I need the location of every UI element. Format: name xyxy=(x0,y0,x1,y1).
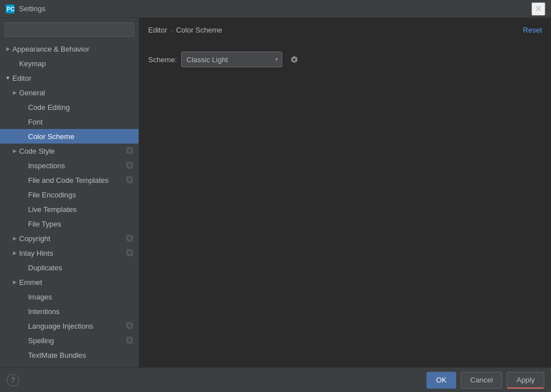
arrow-icon: ▶ xyxy=(11,250,18,256)
search-input[interactable] xyxy=(4,22,134,37)
sidebar-item-label: Inspections xyxy=(28,162,124,170)
sidebar-item-label: Images xyxy=(28,293,134,301)
sidebar-item-label: TextMate Bundles xyxy=(28,351,134,359)
close-button[interactable]: ✕ xyxy=(531,2,545,16)
sidebar-item-label: Color Scheme xyxy=(28,132,134,141)
scheme-select[interactable]: Classic Light Default Darcula High Contr… xyxy=(181,52,282,67)
scheme-label: Scheme: xyxy=(148,56,177,64)
sidebar-item-code-style[interactable]: ▶ Code Style xyxy=(0,144,139,158)
svg-rect-15 xyxy=(127,337,131,342)
svg-rect-7 xyxy=(127,177,131,182)
arrow-icon: ▶ xyxy=(4,45,11,52)
sidebar-item-label: Emmet xyxy=(19,278,134,287)
breadcrumb-separator: › xyxy=(171,27,173,34)
sidebar-item-inlay-hints[interactable]: ▶ Inlay Hints xyxy=(0,246,139,260)
sidebar-item-label: Code Style xyxy=(19,147,124,155)
sidebar-item-general[interactable]: ▶ General xyxy=(0,85,139,100)
sidebar-item-duplicates[interactable]: ▶ Duplicates xyxy=(0,260,139,275)
scheme-row: Scheme: Classic Light Default Darcula Hi… xyxy=(148,52,542,67)
sidebar-item-label: Live Templates xyxy=(28,205,134,214)
svg-rect-11 xyxy=(127,250,131,255)
sidebar-item-spelling[interactable]: ▶ Spelling xyxy=(0,333,139,348)
sidebar-item-label: Copyright xyxy=(19,234,124,243)
sidebar: 🔍 ▶ Appearance & Behavior ▶ Keymap ▼ Edi… xyxy=(0,18,139,367)
title-bar: PC Settings ✕ xyxy=(0,0,551,18)
svg-rect-5 xyxy=(127,162,131,167)
copy-icon xyxy=(126,249,134,257)
scheme-select-wrapper: Classic Light Default Darcula High Contr… xyxy=(181,52,282,67)
svg-rect-3 xyxy=(127,147,131,153)
settings-tree: ▶ Appearance & Behavior ▶ Keymap ▼ Edito… xyxy=(0,41,139,367)
search-box: 🔍 xyxy=(0,18,139,41)
sidebar-item-label: Inlay Hints xyxy=(19,249,124,257)
svg-text:PC: PC xyxy=(7,6,15,12)
scheme-settings-button[interactable] xyxy=(287,52,301,67)
sidebar-item-label: File and Code Templates xyxy=(28,176,124,185)
breadcrumb-parent: Editor xyxy=(148,26,167,34)
sidebar-item-file-encodings[interactable]: ▶ File Encodings xyxy=(0,187,139,202)
main-layout: 🔍 ▶ Appearance & Behavior ▶ Keymap ▼ Edi… xyxy=(0,18,551,367)
breadcrumb-current: Color Scheme xyxy=(176,26,222,34)
arrow-icon: ▼ xyxy=(4,75,11,81)
sidebar-item-code-editing[interactable]: ▶ Code Editing xyxy=(0,100,139,114)
svg-rect-14 xyxy=(128,338,132,343)
svg-rect-4 xyxy=(128,163,132,168)
content-header: Editor › Color Scheme Reset xyxy=(139,18,551,43)
sidebar-item-label: Language Injections xyxy=(28,322,124,330)
sidebar-item-file-types[interactable]: ▶ File Types xyxy=(0,216,139,231)
gear-icon xyxy=(290,56,299,64)
sidebar-item-label: Appearance & Behavior xyxy=(12,45,134,53)
arrow-icon: ▶ xyxy=(11,147,18,154)
sidebar-item-file-code-templates[interactable]: ▶ File and Code Templates xyxy=(0,173,139,187)
sidebar-item-images[interactable]: ▶ Images xyxy=(0,289,139,304)
sidebar-item-label: General xyxy=(19,89,134,97)
sidebar-item-todo[interactable]: ▶ TODO xyxy=(0,362,139,367)
svg-rect-8 xyxy=(128,236,132,241)
sidebar-item-font[interactable]: ▶ Font xyxy=(0,114,139,129)
reset-button[interactable]: Reset xyxy=(523,26,542,34)
sidebar-item-label: File Types xyxy=(28,220,134,228)
svg-rect-12 xyxy=(128,324,132,329)
search-wrapper: 🔍 xyxy=(4,22,134,37)
arrow-icon: ▶ xyxy=(11,279,18,285)
sidebar-item-intentions[interactable]: ▶ Intentions xyxy=(0,304,139,319)
content-body: Scheme: Classic Light Default Darcula Hi… xyxy=(139,43,551,367)
sidebar-item-live-templates[interactable]: ▶ Live Templates xyxy=(0,202,139,216)
help-button[interactable]: ? xyxy=(7,374,19,386)
sidebar-item-label: Spelling xyxy=(28,336,124,345)
arrow-icon: ▶ xyxy=(11,89,18,96)
sidebar-item-label: Editor xyxy=(12,74,134,82)
arrow-icon: ▶ xyxy=(11,235,18,242)
sidebar-item-label: Intentions xyxy=(28,307,134,316)
sidebar-item-editor[interactable]: ▼ Editor xyxy=(0,71,139,85)
ok-button[interactable]: OK xyxy=(426,372,456,389)
sidebar-item-keymap[interactable]: ▶ Keymap xyxy=(0,56,139,71)
copy-icon xyxy=(126,147,134,155)
sidebar-item-label: Keymap xyxy=(19,59,134,68)
sidebar-item-label: Code Editing xyxy=(28,103,134,112)
svg-rect-2 xyxy=(128,149,132,154)
sidebar-item-textmate-bundles[interactable]: ▶ TextMate Bundles xyxy=(0,348,139,362)
title-bar-left: PC Settings xyxy=(6,4,45,13)
breadcrumb: Editor › Color Scheme xyxy=(148,26,222,34)
sidebar-item-appearance[interactable]: ▶ Appearance & Behavior xyxy=(0,41,139,56)
window-title: Settings xyxy=(19,4,45,13)
sidebar-item-inspections[interactable]: ▶ Inspections xyxy=(0,158,139,173)
footer: ? OK Cancel Apply xyxy=(0,367,551,392)
copy-icon xyxy=(126,162,134,169)
sidebar-item-label: TODO xyxy=(28,366,134,368)
sidebar-item-language-injections[interactable]: ▶ Language Injections xyxy=(0,319,139,333)
copy-icon xyxy=(126,322,134,330)
cancel-button[interactable]: Cancel xyxy=(461,372,502,389)
sidebar-item-color-scheme[interactable]: ▶ Color Scheme xyxy=(0,129,139,144)
svg-rect-9 xyxy=(127,235,131,240)
app-icon: PC xyxy=(6,4,15,13)
apply-button[interactable]: Apply xyxy=(507,372,544,389)
copy-icon xyxy=(126,234,134,242)
sidebar-item-copyright[interactable]: ▶ Copyright xyxy=(0,231,139,246)
copy-icon xyxy=(126,176,134,184)
svg-rect-13 xyxy=(127,322,131,328)
sidebar-item-label: Duplicates xyxy=(28,264,134,272)
sidebar-item-emmet[interactable]: ▶ Emmet xyxy=(0,275,139,289)
svg-rect-10 xyxy=(128,251,132,256)
